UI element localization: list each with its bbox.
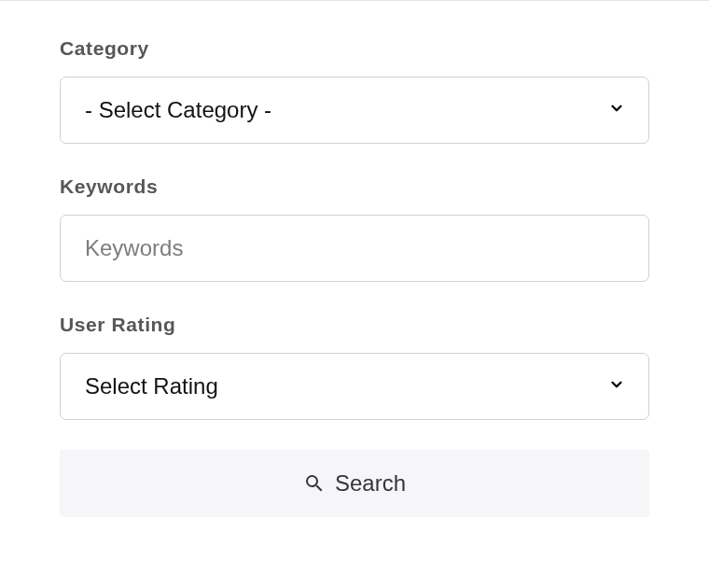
search-button[interactable]: Search	[60, 450, 649, 517]
rating-group: User Rating Select Rating	[60, 314, 649, 420]
rating-selected-value: Select Rating	[85, 373, 218, 399]
keywords-label: Keywords	[60, 175, 649, 198]
category-group: Category - Select Category -	[60, 37, 649, 144]
category-selected-value: - Select Category -	[85, 97, 271, 123]
category-label: Category	[60, 37, 649, 60]
search-form: Category - Select Category - Keywords Us…	[0, 0, 709, 517]
top-divider	[0, 0, 709, 1]
search-button-label: Search	[335, 470, 406, 497]
search-icon	[303, 472, 326, 495]
keywords-group: Keywords	[60, 175, 649, 282]
rating-select[interactable]: Select Rating	[60, 353, 649, 420]
category-select[interactable]: - Select Category -	[60, 77, 649, 144]
rating-label: User Rating	[60, 314, 649, 336]
keywords-input[interactable]	[60, 215, 649, 282]
